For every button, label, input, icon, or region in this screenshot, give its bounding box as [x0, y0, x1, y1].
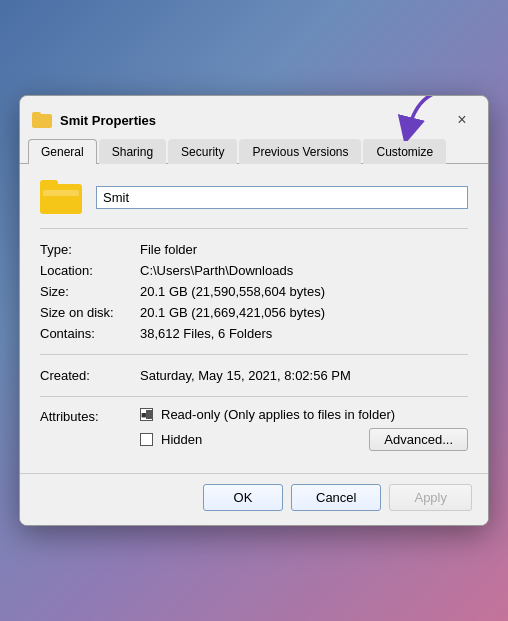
location-label: Location:: [40, 263, 140, 278]
tab-customize[interactable]: Customize: [363, 139, 446, 164]
created-row: Created: Saturday, May 15, 2021, 8:02:56…: [40, 365, 468, 386]
hidden-checkbox[interactable]: [140, 433, 153, 446]
folder-icon-small: [32, 112, 52, 128]
hidden-label: Hidden: [161, 432, 202, 447]
content-area: Type: File folder Location: C:\Users\Par…: [20, 164, 488, 473]
attributes-row: Attributes: ■ Read-only (Only applies to…: [40, 407, 468, 451]
dialog-title: Smit Properties: [60, 113, 156, 128]
created-label: Created:: [40, 368, 140, 383]
properties-dialog: Smit Properties × General Sharing Securi…: [19, 95, 489, 526]
cancel-button[interactable]: Cancel: [291, 484, 381, 511]
contains-label: Contains:: [40, 326, 140, 341]
ok-button[interactable]: OK: [203, 484, 283, 511]
tab-previous-versions[interactable]: Previous Versions: [239, 139, 361, 164]
readonly-checkbox[interactable]: ■: [140, 408, 153, 421]
size-row: Size: 20.1 GB (21,590,558,604 bytes): [40, 281, 468, 302]
size-on-disk-value: 20.1 GB (21,669,421,056 bytes): [140, 305, 325, 320]
separator-3: [40, 396, 468, 397]
apply-button[interactable]: Apply: [389, 484, 472, 511]
type-row: Type: File folder: [40, 239, 468, 260]
title-bar: Smit Properties ×: [20, 96, 488, 134]
size-value: 20.1 GB (21,590,558,604 bytes): [140, 284, 325, 299]
folder-name-input[interactable]: [96, 186, 468, 209]
tab-sharing[interactable]: Sharing: [99, 139, 166, 164]
size-label: Size:: [40, 284, 140, 299]
created-table: Created: Saturday, May 15, 2021, 8:02:56…: [40, 365, 468, 386]
readonly-label: Read-only (Only applies to files in fold…: [161, 407, 395, 422]
title-bar-left: Smit Properties: [32, 112, 156, 128]
readonly-option-row: ■ Read-only (Only applies to files in fo…: [140, 407, 468, 422]
type-value: File folder: [140, 242, 197, 257]
folder-name-row: [40, 180, 468, 214]
location-row: Location: C:\Users\Parth\Downloads: [40, 260, 468, 281]
bottom-buttons: OK Cancel Apply: [20, 473, 488, 525]
properties-table: Type: File folder Location: C:\Users\Par…: [40, 239, 468, 344]
separator-2: [40, 354, 468, 355]
tab-security[interactable]: Security: [168, 139, 237, 164]
tab-general[interactable]: General: [28, 139, 97, 164]
folder-icon-large: [40, 180, 82, 214]
size-on-disk-label: Size on disk:: [40, 305, 140, 320]
created-value: Saturday, May 15, 2021, 8:02:56 PM: [140, 368, 351, 383]
location-value: C:\Users\Parth\Downloads: [140, 263, 293, 278]
advanced-button[interactable]: Advanced...: [369, 428, 468, 451]
contains-row: Contains: 38,612 Files, 6 Folders: [40, 323, 468, 344]
separator-1: [40, 228, 468, 229]
attributes-options: ■ Read-only (Only applies to files in fo…: [140, 407, 468, 451]
type-label: Type:: [40, 242, 140, 257]
close-button[interactable]: ×: [448, 106, 476, 134]
size-on-disk-row: Size on disk: 20.1 GB (21,669,421,056 by…: [40, 302, 468, 323]
contains-value: 38,612 Files, 6 Folders: [140, 326, 272, 341]
hidden-option-row: Hidden Advanced...: [140, 428, 468, 451]
tab-bar: General Sharing Security Previous Versio…: [20, 134, 488, 164]
attributes-label: Attributes:: [40, 407, 140, 424]
